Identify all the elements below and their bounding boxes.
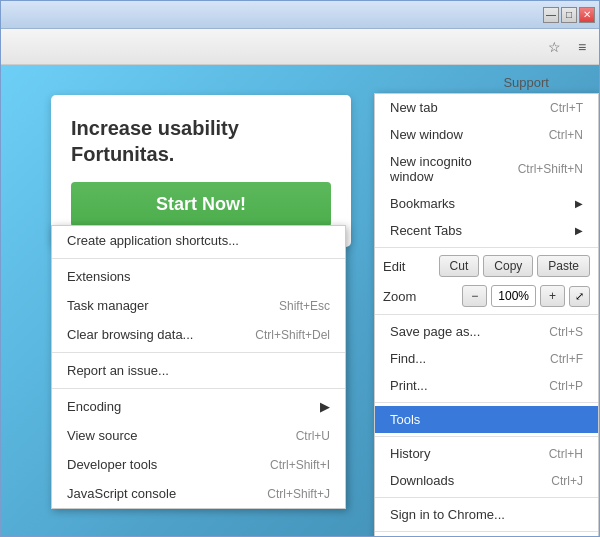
maximize-button[interactable]: □ (561, 7, 577, 23)
right-menu-bookmarks[interactable]: Bookmarks ▶ (375, 190, 598, 217)
right-menu-new-window[interactable]: New window Ctrl+N (375, 121, 598, 148)
menu-icon[interactable]: ≡ (569, 34, 595, 60)
right-menu-new-tab[interactable]: New tab Ctrl+T (375, 94, 598, 121)
right-sep-1 (375, 247, 598, 248)
right-sep-5 (375, 497, 598, 498)
left-dropdown-menu: Create application shortcuts... Extensio… (51, 225, 346, 509)
promo-headline: Increase usability Fortunitas. (71, 115, 331, 167)
zoom-label: Zoom (383, 289, 458, 304)
right-menu-downloads[interactable]: Downloads Ctrl+J (375, 467, 598, 494)
zoom-value: 100% (491, 285, 536, 307)
left-separator-1 (52, 258, 345, 259)
right-menu-print[interactable]: Print... Ctrl+P (375, 372, 598, 399)
toolbar-icons: ☆ ≡ (541, 34, 595, 60)
cut-button[interactable]: Cut (439, 255, 480, 277)
zoom-plus-button[interactable]: + (540, 285, 565, 307)
left-menu-task-manager[interactable]: Task manager Shift+Esc (52, 291, 345, 320)
right-menu-sign-in[interactable]: Sign in to Chrome... (375, 501, 598, 528)
right-menu-settings[interactable]: Settings (375, 535, 598, 536)
zoom-expand-button[interactable]: ⤢ (569, 286, 590, 307)
left-menu-create-shortcuts[interactable]: Create application shortcuts... (52, 226, 345, 255)
left-menu-view-source[interactable]: View source Ctrl+U (52, 421, 345, 450)
right-sep-3 (375, 402, 598, 403)
toolbar: ☆ ≡ (1, 29, 599, 65)
title-bar: — □ ✕ (1, 1, 599, 29)
right-menu-save-page[interactable]: Save page as... Ctrl+S (375, 318, 598, 345)
support-text: Support (503, 75, 549, 90)
minimize-button[interactable]: — (543, 7, 559, 23)
right-sep-6 (375, 531, 598, 532)
left-menu-js-console[interactable]: JavaScript console Ctrl+Shift+J (52, 479, 345, 508)
paste-button[interactable]: Paste (537, 255, 590, 277)
close-button[interactable]: ✕ (579, 7, 595, 23)
title-bar-buttons: — □ ✕ (543, 7, 595, 23)
left-separator-3 (52, 388, 345, 389)
main-content: Support Increase usability Fortunitas. S… (1, 65, 599, 536)
right-menu-edit-row: Edit Cut Copy Paste (375, 251, 598, 281)
right-dropdown-menu: New tab Ctrl+T New window Ctrl+N New inc… (374, 93, 599, 536)
left-menu-extensions[interactable]: Extensions (52, 262, 345, 291)
right-sep-2 (375, 314, 598, 315)
right-menu-tools[interactable]: Tools (375, 406, 598, 433)
copy-button[interactable]: Copy (483, 255, 533, 277)
left-menu-encoding[interactable]: Encoding ▶ (52, 392, 345, 421)
left-menu-report-issue[interactable]: Report an issue... (52, 356, 345, 385)
right-menu-history[interactable]: History Ctrl+H (375, 440, 598, 467)
right-menu-find[interactable]: Find... Ctrl+F (375, 345, 598, 372)
left-menu-developer-tools[interactable]: Developer tools Ctrl+Shift+I (52, 450, 345, 479)
browser-window: — □ ✕ ☆ ≡ Support Increase usability For… (0, 0, 600, 537)
right-sep-4 (375, 436, 598, 437)
bookmark-icon[interactable]: ☆ (541, 34, 567, 60)
right-menu-zoom-row: Zoom − 100% + ⤢ (375, 281, 598, 311)
right-menu-incognito[interactable]: New incognito window Ctrl+Shift+N (375, 148, 598, 190)
edit-label: Edit (383, 259, 435, 274)
right-menu-recent-tabs[interactable]: Recent Tabs ▶ (375, 217, 598, 244)
zoom-minus-button[interactable]: − (462, 285, 487, 307)
left-separator-2 (52, 352, 345, 353)
left-menu-clear-browsing[interactable]: Clear browsing data... Ctrl+Shift+Del (52, 320, 345, 349)
start-now-button[interactable]: Start Now! (71, 182, 331, 227)
